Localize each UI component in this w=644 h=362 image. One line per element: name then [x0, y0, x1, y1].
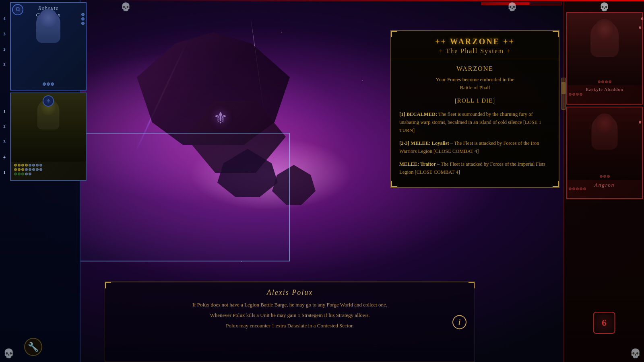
angron-icon-row: [567, 175, 642, 178]
bottom-info-panel: Alexis Polux If Polux does not have a Le…: [105, 282, 475, 362]
stat-4: 4: [1, 16, 8, 21]
resource-yellow-6: [18, 168, 21, 171]
enemy-res-row-1: [569, 93, 582, 96]
right-panel: 💀 6 ⊕ Ezekyle Abaddon 6: [564, 0, 644, 362]
enemy-dot-2: [601, 80, 604, 83]
left-stat-numbers-2: 1 2 3 4 1: [1, 109, 8, 175]
enemy-stats-abaddon: 6: [639, 25, 642, 30]
enemy-stat-6: 6: [641, 16, 644, 21]
skull-enemy-top: 💀: [599, 2, 609, 12]
loyalty-dot-2: [81, 17, 85, 21]
portrait-abaddon: [567, 13, 642, 85]
warzone-title: ++ WARZONE ++: [399, 37, 551, 46]
resource-dot-9: [39, 168, 42, 171]
resource-yellow-2: [18, 164, 21, 167]
resource-green-1: [14, 173, 17, 175]
roll-instruction: [ROLL 1 DIE]: [399, 97, 551, 104]
angron-res-3: [576, 187, 579, 190]
corner-bracket-br: [553, 181, 559, 187]
enemy-dot-3: [605, 80, 608, 83]
skull-decoration-2: 💀: [507, 2, 517, 12]
scroll-indicator[interactable]: [561, 78, 566, 110]
emblem-second: ⚜: [43, 95, 54, 107]
resource-yellow-5: [14, 168, 17, 171]
wrench-icon[interactable]: 🔧: [24, 338, 42, 356]
stat-2b: 2: [1, 124, 8, 129]
resource-dot-10: [25, 173, 28, 175]
loyalty-icon-2: [47, 82, 50, 86]
warzone-section-title: WARZONE: [399, 65, 551, 72]
top-bar-glow: [0, 0, 644, 1]
resource-row-1: [12, 163, 84, 167]
stat-1b: 1: [1, 170, 8, 175]
alexis-polux-line2: Whenever Polux kills a Unit he may gain …: [115, 311, 464, 320]
enemy-dot-1: [598, 80, 601, 83]
angron-res-4: [580, 187, 582, 190]
icon-row-1: [11, 82, 86, 86]
stat-3: 3: [1, 31, 8, 36]
loyalty-icon-3: [51, 82, 54, 86]
enemy-res-2: [572, 93, 575, 96]
corner-bracket-tr: [553, 31, 559, 37]
resource-yellow-7: [21, 168, 24, 171]
enemy-res-3: [576, 93, 579, 96]
die-icon[interactable]: 6: [593, 312, 615, 334]
resource-dot-8: [36, 168, 39, 171]
warzone-result-1: [1] BECALMED: The fleet is surrounded by…: [399, 110, 551, 134]
stat-3b: 3: [1, 47, 8, 51]
resource-dot-6: [29, 168, 31, 171]
loyalty-dot-1: [81, 13, 85, 16]
left-panel: 4 3 3 2 Ω Roboute Guilliman 1 2 3: [0, 0, 80, 362]
skull-bottom-left: 💀: [3, 348, 14, 359]
resource-yellow-4: [25, 164, 28, 167]
alexis-polux-line1: If Polux does not have a Legion Battle B…: [115, 301, 464, 309]
resource-dot-4: [39, 164, 42, 167]
stat-2: 2: [1, 62, 8, 67]
bottom-panel-content: Alexis Polux If Polux does not have a Le…: [105, 282, 475, 336]
angron-res-1: [569, 187, 572, 190]
health-fill: [481, 2, 529, 5]
resource-dot-2: [32, 164, 35, 167]
resource-row-2: [12, 167, 84, 172]
angron-res-col: [569, 187, 586, 190]
angron-res-row: [569, 187, 586, 190]
angron-dot-1: [600, 175, 603, 178]
loyalty-dot-3: [81, 22, 85, 25]
alexis-polux-title: Alexis Polux: [115, 288, 464, 297]
warzone-description: Your Forces become embroiled in theBattl…: [399, 76, 551, 91]
left-stat-numbers: 4 3 3 2: [1, 16, 8, 67]
char-card-second-loyalist: ⚜: [10, 93, 87, 181]
warzone-header: ++ WARZONE ++ + The Phall System +: [391, 31, 559, 59]
info-icon-button[interactable]: i: [452, 315, 466, 329]
warp-symbol: ⚜: [213, 109, 228, 128]
health-bar: [481, 2, 561, 5]
resource-yellow-3: [21, 164, 24, 167]
stat-3c: 3: [1, 139, 8, 144]
scroll-thumb: [561, 82, 566, 94]
stat-1: 1: [1, 109, 8, 113]
char-card-roboute: Ω Roboute Guilliman: [10, 2, 87, 90]
bottom-bracket-tr: [469, 282, 475, 288]
resource-green-2: [18, 173, 21, 175]
alexis-polux-line3: Polux may encounter 1 extra Dataslate in…: [115, 322, 464, 330]
faction-emblem-loyalist: Ω: [12, 4, 23, 15]
resource-dot-11: [29, 173, 31, 175]
stat-4b: 4: [1, 154, 8, 159]
warzone-body: WARZONE Your Forces become embroiled in …: [391, 59, 559, 187]
resource-yellow-1: [14, 164, 17, 167]
portrait-angron: [567, 107, 642, 180]
angron-stats: 8: [639, 119, 642, 124]
enemy-res-1: [569, 93, 572, 96]
char-card-angron: ⊕ Angron 8: [566, 107, 643, 199]
warzone-subtitle: + The Phall System +: [399, 47, 551, 55]
resource-dot-1: [29, 164, 31, 167]
angron-dot-3: [607, 175, 610, 178]
char-card-abaddon: ⊕ Ezekyle Abaddon 6: [566, 12, 643, 105]
corner-bracket-bl: [391, 181, 397, 187]
abaddon-stat: 6: [639, 25, 642, 30]
warzone-result-2: [2-3] MELEE: Loyalist – The Fleet is att…: [399, 139, 551, 155]
warzone-panel: ++ WARZONE ++ + The Phall System + WARZO…: [390, 30, 559, 188]
angron-res-2: [572, 187, 575, 190]
angron-stat-8: 8: [639, 119, 642, 124]
right-stat-numbers: 6: [641, 16, 644, 21]
